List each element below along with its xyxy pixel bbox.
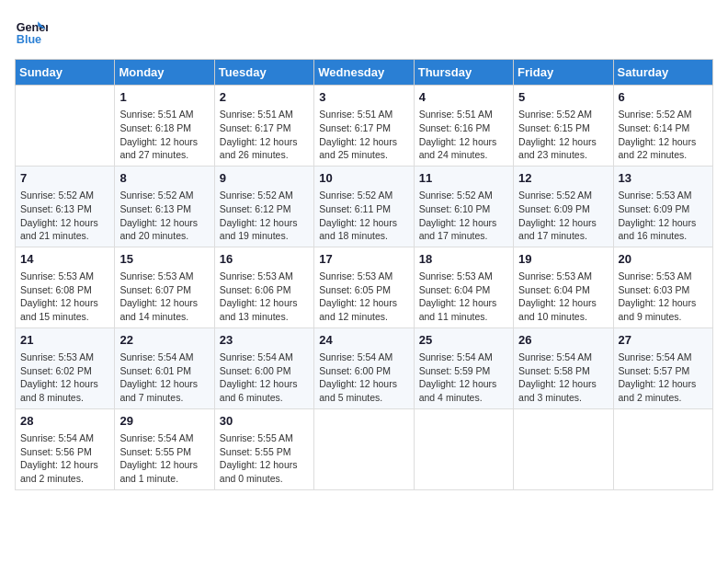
day-info: Sunrise: 5:51 AM Sunset: 6:18 PM Dayligh… [119, 108, 209, 162]
page-header: General Blue [15, 15, 713, 48]
day-number: 18 [419, 251, 508, 268]
calendar-cell: 25Sunrise: 5:54 AM Sunset: 5:59 PM Dayli… [414, 327, 513, 408]
calendar-cell: 12Sunrise: 5:52 AM Sunset: 6:09 PM Dayli… [514, 166, 613, 247]
calendar-cell [16, 86, 115, 167]
calendar-cell: 10Sunrise: 5:52 AM Sunset: 6:11 PM Dayli… [314, 166, 414, 247]
calendar-cell: 1Sunrise: 5:51 AM Sunset: 6:18 PM Daylig… [115, 86, 214, 167]
week-row-3: 14Sunrise: 5:53 AM Sunset: 6:08 PM Dayli… [16, 247, 713, 327]
calendar-cell: 29Sunrise: 5:54 AM Sunset: 5:55 PM Dayli… [115, 408, 214, 489]
day-info: Sunrise: 5:53 AM Sunset: 6:04 PM Dayligh… [419, 270, 508, 324]
calendar-cell: 17Sunrise: 5:53 AM Sunset: 6:05 PM Dayli… [314, 247, 414, 327]
calendar-cell: 19Sunrise: 5:53 AM Sunset: 6:04 PM Dayli… [514, 247, 613, 327]
day-number: 29 [119, 413, 209, 430]
day-info: Sunrise: 5:53 AM Sunset: 6:07 PM Dayligh… [119, 270, 209, 324]
day-number: 23 [220, 332, 309, 349]
day-info: Sunrise: 5:54 AM Sunset: 5:56 PM Dayligh… [20, 431, 109, 486]
day-info: Sunrise: 5:51 AM Sunset: 6:17 PM Dayligh… [319, 108, 408, 162]
day-number: 24 [319, 332, 408, 349]
calendar-cell [613, 408, 712, 489]
day-info: Sunrise: 5:53 AM Sunset: 6:05 PM Dayligh… [319, 270, 408, 324]
calendar-cell: 26Sunrise: 5:54 AM Sunset: 5:58 PM Dayli… [514, 327, 613, 408]
week-row-2: 7Sunrise: 5:52 AM Sunset: 6:13 PM Daylig… [16, 166, 713, 247]
day-header-saturday: Saturday [613, 60, 712, 86]
day-info: Sunrise: 5:52 AM Sunset: 6:09 PM Dayligh… [518, 189, 608, 243]
day-info: Sunrise: 5:54 AM Sunset: 6:00 PM Dayligh… [220, 350, 309, 405]
day-number: 2 [220, 89, 309, 106]
day-info: Sunrise: 5:53 AM Sunset: 6:04 PM Dayligh… [518, 270, 608, 324]
day-number: 9 [220, 170, 309, 187]
calendar-cell: 24Sunrise: 5:54 AM Sunset: 6:00 PM Dayli… [314, 327, 414, 408]
day-info: Sunrise: 5:52 AM Sunset: 6:14 PM Dayligh… [619, 108, 708, 162]
calendar-cell: 18Sunrise: 5:53 AM Sunset: 6:04 PM Dayli… [414, 247, 513, 327]
day-number: 7 [20, 170, 109, 187]
day-header-sunday: Sunday [16, 60, 115, 86]
day-info: Sunrise: 5:51 AM Sunset: 6:16 PM Dayligh… [419, 108, 508, 162]
calendar-cell: 8Sunrise: 5:52 AM Sunset: 6:13 PM Daylig… [115, 166, 214, 247]
calendar-cell [514, 408, 613, 489]
calendar-cell: 21Sunrise: 5:53 AM Sunset: 6:02 PM Dayli… [16, 327, 115, 408]
calendar-cell: 2Sunrise: 5:51 AM Sunset: 6:17 PM Daylig… [214, 86, 313, 167]
day-number: 27 [619, 332, 708, 349]
calendar-cell [314, 408, 414, 489]
calendar-cell: 15Sunrise: 5:53 AM Sunset: 6:07 PM Dayli… [115, 247, 214, 327]
calendar-cell: 13Sunrise: 5:53 AM Sunset: 6:09 PM Dayli… [613, 166, 712, 247]
day-number: 3 [319, 89, 408, 106]
day-number: 19 [518, 251, 608, 268]
day-info: Sunrise: 5:54 AM Sunset: 5:55 PM Dayligh… [119, 431, 209, 486]
day-header-thursday: Thursday [414, 60, 513, 86]
day-info: Sunrise: 5:53 AM Sunset: 6:03 PM Dayligh… [619, 270, 708, 324]
day-number: 30 [220, 413, 309, 430]
week-row-5: 28Sunrise: 5:54 AM Sunset: 5:56 PM Dayli… [16, 408, 713, 489]
day-info: Sunrise: 5:51 AM Sunset: 6:17 PM Dayligh… [220, 108, 309, 162]
calendar-cell: 20Sunrise: 5:53 AM Sunset: 6:03 PM Dayli… [613, 247, 712, 327]
day-info: Sunrise: 5:53 AM Sunset: 6:02 PM Dayligh… [20, 350, 109, 405]
day-number: 8 [119, 170, 209, 187]
day-info: Sunrise: 5:54 AM Sunset: 6:01 PM Dayligh… [119, 350, 209, 405]
calendar-cell: 16Sunrise: 5:53 AM Sunset: 6:06 PM Dayli… [214, 247, 313, 327]
day-number: 10 [319, 170, 408, 187]
day-number: 20 [619, 251, 708, 268]
day-number: 12 [518, 170, 608, 187]
day-number: 11 [419, 170, 508, 187]
calendar-cell: 28Sunrise: 5:54 AM Sunset: 5:56 PM Dayli… [16, 408, 115, 489]
day-number: 22 [119, 332, 209, 349]
day-number: 5 [518, 89, 608, 106]
calendar-cell: 30Sunrise: 5:55 AM Sunset: 5:55 PM Dayli… [214, 408, 313, 489]
week-row-4: 21Sunrise: 5:53 AM Sunset: 6:02 PM Dayli… [16, 327, 713, 408]
calendar-cell: 23Sunrise: 5:54 AM Sunset: 6:00 PM Dayli… [214, 327, 313, 408]
calendar-cell [414, 408, 513, 489]
day-info: Sunrise: 5:52 AM Sunset: 6:13 PM Dayligh… [119, 189, 209, 243]
calendar-cell: 27Sunrise: 5:54 AM Sunset: 5:57 PM Dayli… [613, 327, 712, 408]
logo: General Blue [15, 15, 48, 48]
calendar-cell: 3Sunrise: 5:51 AM Sunset: 6:17 PM Daylig… [314, 86, 414, 167]
day-info: Sunrise: 5:53 AM Sunset: 6:08 PM Dayligh… [20, 270, 109, 324]
day-header-wednesday: Wednesday [314, 60, 414, 86]
day-info: Sunrise: 5:54 AM Sunset: 5:57 PM Dayligh… [619, 350, 708, 405]
week-row-1: 1Sunrise: 5:51 AM Sunset: 6:18 PM Daylig… [16, 86, 713, 167]
day-info: Sunrise: 5:52 AM Sunset: 6:12 PM Dayligh… [220, 189, 309, 243]
day-number: 13 [619, 170, 708, 187]
day-number: 21 [20, 332, 109, 349]
day-header-monday: Monday [115, 60, 214, 86]
calendar-table: SundayMondayTuesdayWednesdayThursdayFrid… [15, 59, 713, 490]
day-info: Sunrise: 5:54 AM Sunset: 5:58 PM Dayligh… [518, 350, 608, 405]
day-header-friday: Friday [514, 60, 613, 86]
calendar-cell: 6Sunrise: 5:52 AM Sunset: 6:14 PM Daylig… [613, 86, 712, 167]
day-number: 16 [220, 251, 309, 268]
day-info: Sunrise: 5:54 AM Sunset: 6:00 PM Dayligh… [319, 350, 408, 405]
calendar-cell: 7Sunrise: 5:52 AM Sunset: 6:13 PM Daylig… [16, 166, 115, 247]
day-info: Sunrise: 5:52 AM Sunset: 6:15 PM Dayligh… [518, 108, 608, 162]
day-number: 25 [419, 332, 508, 349]
day-number: 14 [20, 251, 109, 268]
day-info: Sunrise: 5:52 AM Sunset: 6:11 PM Dayligh… [319, 189, 408, 243]
calendar-cell: 14Sunrise: 5:53 AM Sunset: 6:08 PM Dayli… [16, 247, 115, 327]
day-number: 15 [119, 251, 209, 268]
day-info: Sunrise: 5:53 AM Sunset: 6:09 PM Dayligh… [619, 189, 708, 243]
day-info: Sunrise: 5:53 AM Sunset: 6:06 PM Dayligh… [220, 270, 309, 324]
day-header-tuesday: Tuesday [214, 60, 313, 86]
calendar-cell: 5Sunrise: 5:52 AM Sunset: 6:15 PM Daylig… [514, 86, 613, 167]
day-info: Sunrise: 5:52 AM Sunset: 6:10 PM Dayligh… [419, 189, 508, 243]
day-number: 17 [319, 251, 408, 268]
calendar-cell: 4Sunrise: 5:51 AM Sunset: 6:16 PM Daylig… [414, 86, 513, 167]
day-info: Sunrise: 5:52 AM Sunset: 6:13 PM Dayligh… [20, 189, 109, 243]
